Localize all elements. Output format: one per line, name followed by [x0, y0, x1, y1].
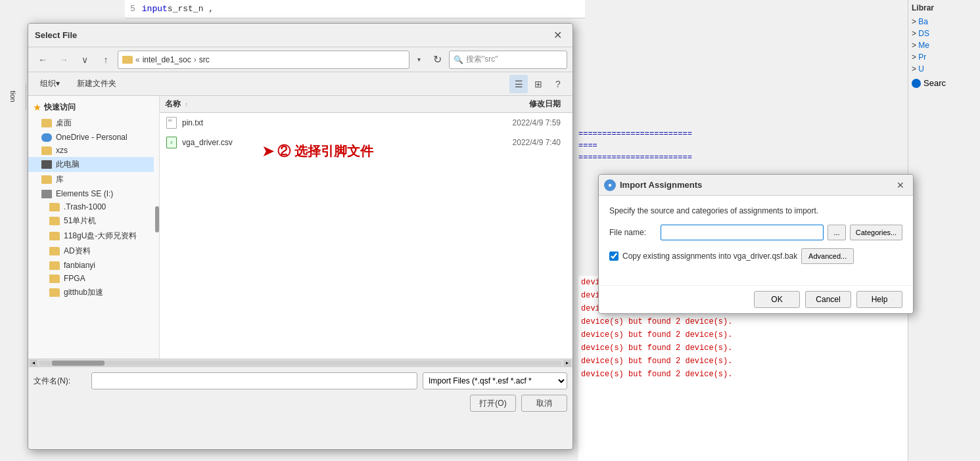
code-rest: s_rst_n ,: [168, 4, 214, 14]
tree-item-onedrive[interactable]: OneDrive - Personal: [28, 131, 154, 144]
refresh-button[interactable]: ↻: [428, 51, 446, 69]
col-name-header: 名称 ↑: [165, 99, 429, 110]
tree-item-51[interactable]: 51单片机: [28, 213, 154, 229]
console-line-5: device(s) but found 2 device(s).: [578, 328, 908, 341]
tree-item-desktop[interactable]: 桌面: [28, 116, 154, 131]
left-tab-label: tion: [9, 91, 17, 102]
tree-label-desktop: 桌面: [56, 118, 72, 129]
import-help-button[interactable]: Help: [856, 291, 902, 308]
tree-item-github[interactable]: gitthub加速: [28, 285, 154, 300]
sidebar-item-ba[interactable]: Ba: [912, 16, 977, 28]
import-title-text: Import Assignments: [620, 180, 889, 190]
nav-back-button[interactable]: ←: [34, 51, 52, 69]
file-item-pintxt[interactable]: pin.txt 2022/4/9 7:59: [160, 113, 572, 133]
import-assignments-dialog: ● Import Assignments ✕ Specify the sourc…: [598, 174, 914, 314]
console-line-7: device(s) but found 2 device(s).: [578, 355, 908, 368]
copy-assignments-checkbox[interactable]: [609, 252, 618, 261]
sidebar-item-pr[interactable]: Pr: [912, 51, 977, 63]
sidebar-item-ds[interactable]: DS: [912, 28, 977, 39]
console-line-4: device(s) but found 2 device(s).: [578, 315, 908, 328]
address-bar: « intel_de1_soc › src: [118, 51, 409, 69]
import-field-row: File name: ... Categories...: [609, 225, 902, 240]
tree-item-thispc[interactable]: 此电脑: [28, 157, 154, 172]
file-icon-csv: X: [165, 136, 178, 149]
path-arrow: ›: [194, 55, 197, 64]
folder-icon-ad: [49, 247, 60, 255]
dialog-title: Select File: [35, 30, 549, 40]
file-type-select[interactable]: Import Files (*.qsf *.esf *.acf *: [423, 372, 567, 389]
quick-access-header[interactable]: ★ 快速访问: [28, 99, 154, 116]
path-part-2: src: [199, 55, 210, 64]
console-line-6: device(s) but found 2 device(s).: [578, 341, 908, 355]
open-button[interactable]: 打开(O): [470, 395, 516, 412]
sidebar-item-u[interactable]: U: [912, 63, 977, 75]
file-date-csv: 2022/4/9 7:40: [434, 138, 567, 147]
file-name-input[interactable]: [91, 372, 417, 389]
import-ok-button[interactable]: OK: [754, 291, 800, 308]
left-panel-scroll[interactable]: ★ 快速访问 桌面 OneDrive - Personal xzs: [28, 99, 154, 300]
folder-icon-51: [49, 217, 60, 225]
top-code-bar: 5 input s_rst_n ,: [125, 0, 585, 18]
cancel-button-file[interactable]: 取消: [521, 395, 567, 412]
sidebar-item-me[interactable]: Me: [912, 39, 977, 51]
csv-icon: X: [166, 137, 177, 148]
tree-item-trash[interactable]: .Trash-1000: [28, 200, 154, 213]
tree-label-elements: Elements SE (I:): [56, 189, 113, 198]
quick-access-label: 快速访问: [44, 102, 76, 113]
tree-label-118: 118gU盘-大师兄资料: [64, 230, 137, 242]
dialog-close-button[interactable]: ✕: [549, 27, 566, 44]
file-item-csv[interactable]: X vga_driver.csv 2022/4/9 7:40: [160, 133, 572, 152]
tree-item-elements[interactable]: Elements SE (I:): [28, 187, 154, 200]
tree-item-ad[interactable]: AD资料: [28, 244, 154, 259]
sort-arrow: ↑: [185, 101, 188, 108]
import-checkbox-row: Copy existing assignments into vga_drive…: [609, 248, 902, 264]
horiz-scrollbar[interactable]: ◂ ▸: [28, 359, 572, 366]
path-separator-1: «: [135, 55, 140, 64]
address-dropdown-button[interactable]: ▾: [412, 51, 425, 69]
nav-dropdown-button[interactable]: ∨: [76, 51, 94, 69]
import-advanced-button[interactable]: Advanced...: [801, 248, 854, 264]
import-cancel-button[interactable]: Cancel: [805, 291, 851, 308]
horiz-scroll-thumb[interactable]: [52, 361, 105, 366]
nav-up-button[interactable]: ↑: [97, 51, 115, 69]
search-bar[interactable]: 🔍 搜索"src": [449, 51, 567, 69]
file-actions: 打开(O) 取消: [34, 395, 567, 412]
search-item[interactable]: Searc: [912, 78, 977, 88]
left-panel: ★ 快速访问 桌面 OneDrive - Personal xzs: [28, 96, 160, 359]
import-browse-button[interactable]: ...: [828, 225, 846, 240]
import-description: Specify the source and categories of ass…: [609, 206, 902, 215]
horiz-scroll-left-btn[interactable]: ◂: [30, 360, 37, 366]
right-panel: 名称 ↑ 修改日期 pin.txt 2022/4/9 7:59 X vga_dr…: [160, 96, 572, 359]
view-btn-2[interactable]: ⊞: [529, 75, 548, 93]
tree-item-118[interactable]: 118gU盘-大师兄资料: [28, 229, 154, 244]
col-date-header: 修改日期: [429, 99, 567, 110]
copy-assignments-label: Copy existing assignments into vga_drive…: [622, 252, 797, 261]
help-button[interactable]: ?: [549, 75, 567, 93]
tree-item-fpga[interactable]: FPGA: [28, 272, 154, 285]
view-list-button[interactable]: ☰: [509, 75, 528, 93]
pc-icon: [41, 160, 52, 169]
import-close-button[interactable]: ✕: [893, 178, 908, 192]
keyword-input: input: [142, 4, 168, 14]
tree-item-fan[interactable]: fanbianyi: [28, 259, 154, 272]
view-icons: ☰ ⊞ ?: [509, 75, 567, 93]
nav-forward-button[interactable]: →: [55, 51, 73, 69]
sep-line-3: ========================: [578, 152, 908, 164]
folder-icon: [122, 56, 133, 64]
file-icon-txt: [165, 116, 178, 129]
tree-label-onedrive: OneDrive - Personal: [56, 133, 128, 142]
tree-item-xzs[interactable]: xzs: [28, 144, 154, 157]
horiz-scroll-right-btn[interactable]: ▸: [563, 360, 571, 366]
organize-button[interactable]: 组织▾: [34, 76, 66, 91]
nav-bar: ← → ∨ ↑ « intel_de1_soc › src ▾ ↻ 🔍 搜索"s…: [28, 47, 572, 72]
new-folder-button[interactable]: 新建文件夹: [70, 76, 123, 91]
scroll-thumb: [155, 206, 159, 232]
tree-label-51: 51单片机: [64, 215, 96, 227]
import-body: Specify the source and categories of ass…: [599, 196, 913, 285]
folder-icon-xzs: [41, 146, 52, 155]
import-categories-button[interactable]: Categories...: [850, 225, 902, 240]
import-file-input[interactable]: [661, 225, 824, 240]
file-name-pintxt: pin.txt: [182, 118, 434, 127]
tree-item-library[interactable]: 库: [28, 172, 154, 187]
star-icon: ★: [34, 103, 41, 112]
